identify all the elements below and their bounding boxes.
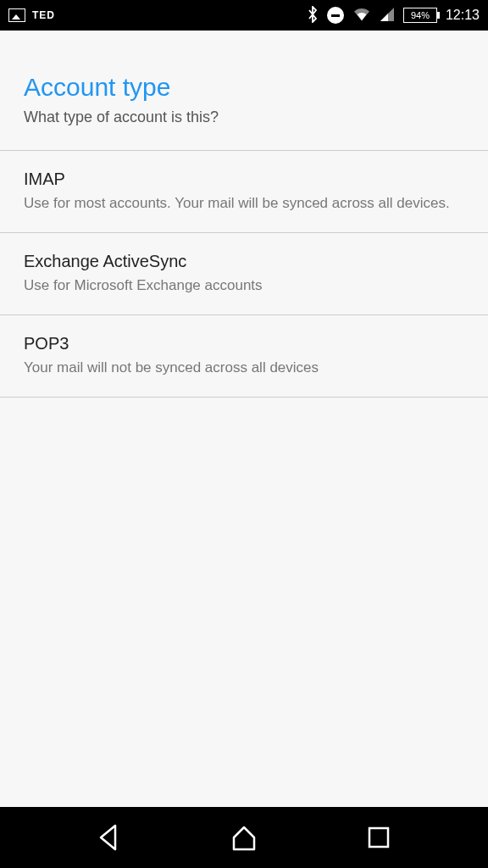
main-content: Account type What type of account is thi… xyxy=(0,31,488,807)
option-desc: Your mail will not be synced across all … xyxy=(24,359,464,378)
app-notification-label: TED xyxy=(32,9,55,21)
svg-rect-0 xyxy=(369,828,388,847)
wifi-icon xyxy=(352,7,371,25)
option-title: Exchange ActiveSync xyxy=(24,252,464,271)
status-bar: TED 94% 12:13 xyxy=(0,0,488,31)
home-button[interactable] xyxy=(229,822,259,853)
battery-indicator: 94% xyxy=(403,8,437,23)
bluetooth-icon xyxy=(307,6,319,25)
battery-percent: 94% xyxy=(411,10,430,20)
cell-signal-icon xyxy=(380,7,395,25)
option-desc: Use for most accounts. Your mail will be… xyxy=(24,194,464,214)
option-exchange[interactable]: Exchange ActiveSync Use for Microsoft Ex… xyxy=(0,232,488,314)
option-pop3[interactable]: POP3 Your mail will not be synced across… xyxy=(0,314,488,398)
clock: 12:13 xyxy=(446,8,480,23)
picture-icon xyxy=(8,8,25,22)
page-header: Account type What type of account is thi… xyxy=(0,31,488,150)
option-title: POP3 xyxy=(24,334,464,353)
page-subtitle: What type of account is this? xyxy=(24,108,464,126)
option-desc: Use for Microsoft Exchange accounts xyxy=(24,276,464,296)
page-title: Account type xyxy=(24,73,464,102)
recent-apps-button[interactable] xyxy=(363,822,394,853)
back-button[interactable] xyxy=(94,822,125,853)
do-not-disturb-icon xyxy=(327,7,344,24)
option-imap[interactable]: IMAP Use for most accounts. Your mail wi… xyxy=(0,150,488,232)
option-title: IMAP xyxy=(24,170,464,189)
navigation-bar xyxy=(0,807,488,868)
